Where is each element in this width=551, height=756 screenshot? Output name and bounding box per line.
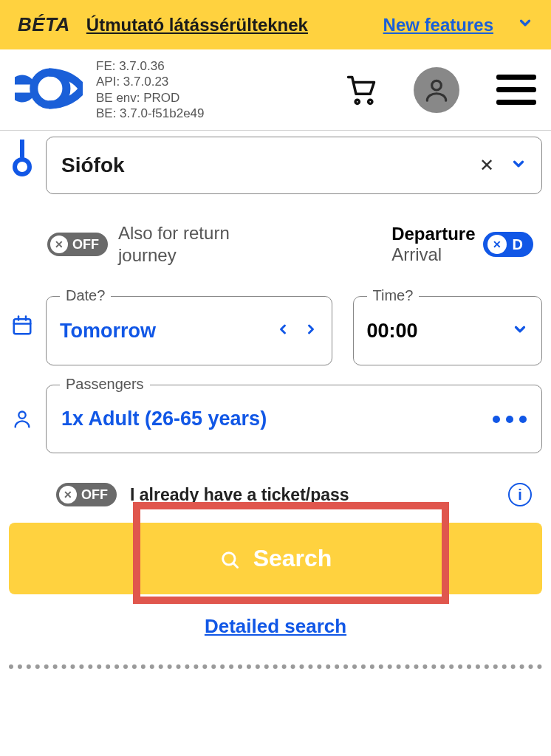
- menu-button[interactable]: [496, 75, 536, 105]
- svg-rect-4: [14, 319, 31, 334]
- mav-logo-icon[interactable]: [15, 63, 83, 117]
- chevron-down-icon[interactable]: [517, 15, 533, 35]
- detailed-search-link[interactable]: Detailed search: [205, 615, 346, 637]
- cart-icon[interactable]: [346, 75, 377, 106]
- beta-label: BÉTA: [18, 13, 70, 36]
- search-form: Siófok ✕ ✕ OFF Also for return journey D…: [0, 137, 551, 684]
- time-value: 00:00: [367, 320, 418, 343]
- beta-banner: BÉTA Útmutató látássérülteknek New featu…: [0, 0, 551, 49]
- toggle-letter: D: [513, 236, 530, 253]
- have-ticket-toggle[interactable]: ✕ OFF: [56, 483, 117, 506]
- search-button[interactable]: Search: [9, 523, 542, 594]
- toggle-state: OFF: [81, 487, 108, 503]
- version-be-env: BE env: PROD: [96, 90, 205, 106]
- person-icon: [9, 409, 35, 430]
- close-icon: ✕: [59, 486, 77, 504]
- date-legend: Date?: [60, 287, 111, 304]
- version-info: FE: 3.7.0.36 API: 3.7.0.23 BE env: PROD …: [96, 58, 205, 121]
- calendar-icon: [9, 315, 35, 337]
- passengers-legend: Passengers: [60, 376, 150, 393]
- departure-arrival-toggle[interactable]: ✕ D: [483, 232, 533, 257]
- svg-line-10: [233, 563, 237, 567]
- have-ticket-label: I already have a ticket/pass: [130, 485, 349, 505]
- user-avatar-icon[interactable]: [414, 67, 459, 113]
- route-destination-icon: [9, 137, 35, 176]
- destination-field[interactable]: Siófok ✕: [46, 137, 542, 194]
- info-icon[interactable]: i: [508, 483, 532, 506]
- close-icon: ✕: [50, 236, 68, 253]
- clear-destination-icon[interactable]: ✕: [479, 155, 494, 176]
- time-field[interactable]: Time? 00:00: [353, 296, 542, 365]
- new-features-link[interactable]: New features: [383, 15, 493, 35]
- more-options-icon[interactable]: [493, 416, 527, 423]
- svg-point-3: [432, 80, 442, 90]
- chevron-down-icon[interactable]: [510, 156, 527, 175]
- chevron-down-icon[interactable]: [512, 321, 528, 340]
- app-header: FE: 3.7.0.36 API: 3.7.0.23 BE env: PROD …: [0, 49, 551, 131]
- close-icon: ✕: [487, 235, 507, 254]
- time-legend: Time?: [367, 287, 420, 304]
- detailed-search-wrap: Detailed search: [9, 615, 542, 638]
- date-prev-icon[interactable]: [276, 319, 290, 343]
- passengers-field[interactable]: Passengers 1x Adult (26-65 years): [46, 385, 542, 453]
- date-next-icon[interactable]: [304, 319, 318, 343]
- departure-arrival-label: Departure Arrival: [391, 224, 475, 265]
- date-field[interactable]: Date? Tomorrow: [46, 296, 332, 365]
- section-divider: [9, 664, 542, 669]
- return-journey-toggle[interactable]: ✕ OFF: [47, 233, 108, 256]
- search-icon: [219, 549, 240, 569]
- version-fe: FE: 3.7.0.36: [96, 58, 205, 74]
- search-button-label: Search: [253, 545, 332, 572]
- version-api: API: 3.7.0.23: [96, 74, 205, 89]
- return-journey-label: Also for return journey: [118, 222, 273, 267]
- svg-point-8: [18, 411, 25, 418]
- svg-point-1: [355, 100, 359, 103]
- version-be: BE: 3.7.0-f51b2e49: [96, 106, 205, 121]
- date-value: Tomorrow: [60, 320, 156, 343]
- svg-point-2: [369, 100, 372, 103]
- departure-label: Departure: [391, 224, 475, 244]
- destination-value: Siófok: [61, 154, 469, 177]
- accessibility-guide-link[interactable]: Útmutató látássérülteknek: [86, 15, 308, 35]
- toggle-state: OFF: [72, 237, 99, 252]
- arrival-label: Arrival: [391, 244, 475, 265]
- passengers-summary: 1x Adult (26-65 years): [61, 408, 267, 430]
